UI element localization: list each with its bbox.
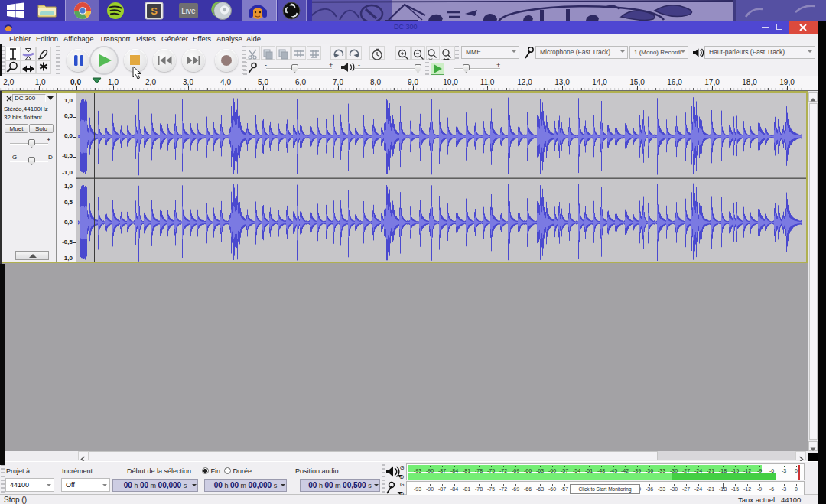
- svg-text:Live: Live: [181, 7, 196, 15]
- svg-text:G: G: [400, 465, 404, 470]
- svg-text:G: G: [400, 482, 404, 487]
- svg-text:S: S: [151, 5, 158, 17]
